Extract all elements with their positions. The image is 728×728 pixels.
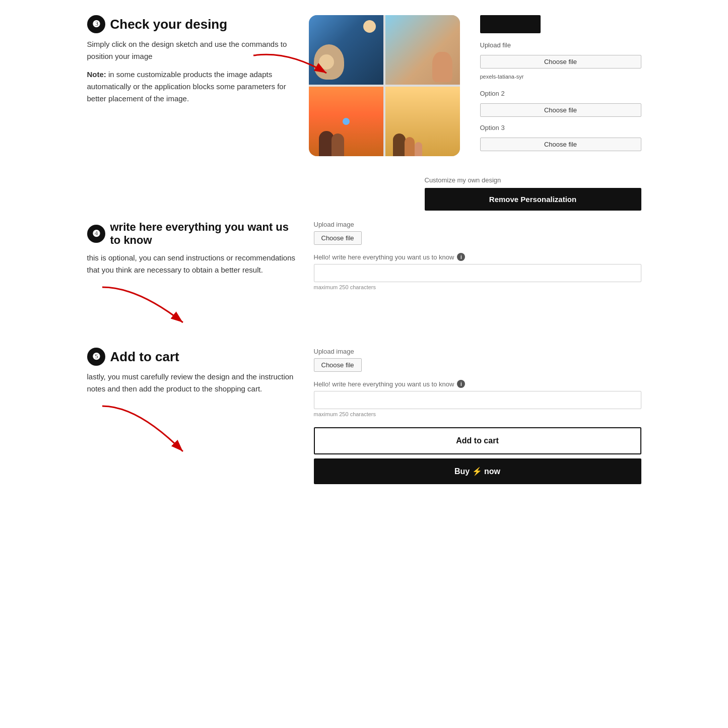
customize-row: Customize my own design Remove Personali… — [87, 176, 641, 211]
collage-cell-3 — [309, 87, 383, 156]
step4-desc: this is optional, you can send instructi… — [87, 252, 299, 276]
step5-left: ❺ Add to cart lastly, you must carefully… — [87, 348, 299, 484]
step3-section: ❸ Check your desing Simply click on the … — [87, 15, 641, 156]
black-bar — [480, 15, 541, 33]
customize-block: Customize my own design Remove Personali… — [425, 176, 641, 211]
step4-hello-label: Hello! write here everything you want us… — [314, 253, 641, 261]
arrow4-svg — [87, 282, 188, 333]
step4-upload-section: Upload image Choose file — [314, 221, 641, 246]
collage-dot — [343, 118, 350, 125]
step4-choose-file-btn[interactable]: Choose file — [314, 231, 362, 245]
collage-area — [309, 15, 470, 156]
step4-max-chars: maximum 250 characters — [314, 284, 641, 290]
buy-now-btn[interactable]: Buy ⚡ now — [314, 458, 641, 484]
step5-desc: lastly, you must carefully review the de… — [87, 371, 299, 395]
step5-title: ❺ Add to cart — [87, 348, 299, 366]
file-name-display: pexels-tatiana-syr — [480, 74, 641, 80]
step4-heading: write here everything you want us to kno… — [110, 221, 299, 247]
page-wrapper: ❸ Check your desing Simply click on the … — [87, 15, 641, 484]
step4-text-input[interactable] — [314, 264, 641, 282]
step5-hello-label: Hello! write here everything you want us… — [314, 380, 641, 388]
step5-section: ❺ Add to cart lastly, you must carefully… — [87, 348, 641, 484]
step3-heading: Check your desing — [110, 17, 228, 32]
step5-max-chars: maximum 250 characters — [314, 411, 641, 417]
choose-file-btn-2[interactable]: Choose file — [480, 103, 641, 117]
step4-section: ❹ write here everything you want us to k… — [87, 221, 641, 333]
remove-personalization-btn[interactable]: Remove Personalization — [425, 188, 641, 211]
step3-note-prefix: Note: — [87, 70, 106, 79]
collage-grid — [309, 15, 460, 156]
arrow5-svg — [87, 401, 188, 461]
step4-right: Upload image Choose file Hello! write he… — [314, 221, 641, 333]
step4-info-icon: i — [457, 253, 465, 261]
step4-upload-label: Upload image — [314, 221, 641, 228]
step5-info-icon: i — [457, 380, 465, 388]
step4-left: ❹ write here everything you want us to k… — [87, 221, 299, 333]
step5-heading: Add to cart — [110, 349, 179, 365]
upload-file-label: Upload file — [480, 41, 641, 49]
step5-upload-label: Upload image — [314, 348, 641, 355]
step4-badge: ❹ — [87, 225, 105, 243]
choose-file-btn-3[interactable]: Choose file — [480, 138, 641, 151]
cart-buttons: Add to cart Buy ⚡ now — [314, 427, 641, 484]
step5-upload-section: Upload image Choose file — [314, 348, 641, 373]
collage-cell-4 — [385, 87, 460, 156]
step3-badge: ❸ — [87, 15, 105, 33]
step5-badge: ❺ — [87, 348, 105, 366]
arrow3-svg — [248, 45, 329, 86]
step3-title: ❸ Check your desing — [87, 15, 299, 33]
option2-label: Option 2 — [480, 90, 641, 97]
customize-label: Customize my own design — [425, 176, 641, 184]
collage-cell-2 — [385, 15, 460, 85]
choose-file-btn-1[interactable]: Choose file — [480, 55, 641, 69]
step5-choose-file-btn[interactable]: Choose file — [314, 358, 362, 372]
step5-right: Upload image Choose file Hello! write he… — [314, 348, 641, 484]
option3-label: Option 3 — [480, 124, 641, 131]
right-panel: Upload file Choose file pexels-tatiana-s… — [480, 15, 641, 152]
step4-title: ❹ write here everything you want us to k… — [87, 221, 299, 247]
step5-text-input[interactable] — [314, 391, 641, 409]
add-to-cart-btn[interactable]: Add to cart — [314, 427, 641, 454]
